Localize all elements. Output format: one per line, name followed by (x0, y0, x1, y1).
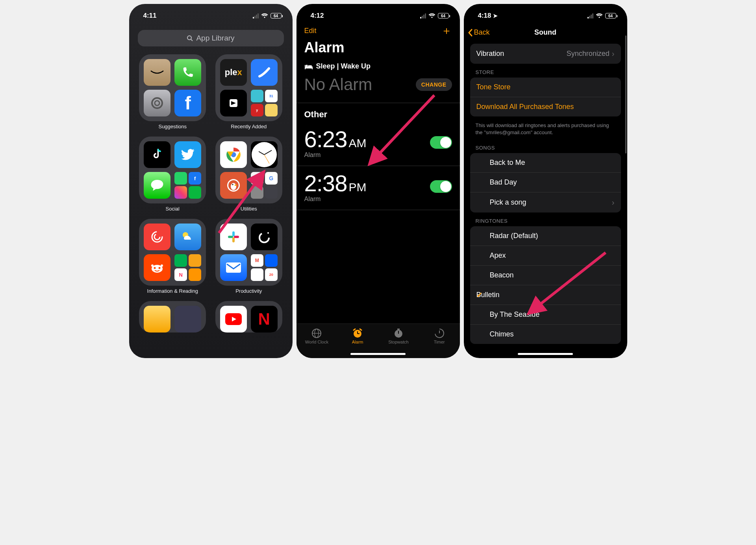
tab-stopwatch[interactable]: Stopwatch (381, 328, 416, 344)
svg-rect-26 (226, 262, 241, 273)
battery-icon: 64 (271, 13, 282, 18)
app-chrome[interactable] (220, 141, 247, 168)
svg-rect-47 (397, 329, 400, 330)
svg-point-25 (267, 232, 269, 234)
pick-song-row[interactable]: Pick a song› (470, 192, 621, 212)
svg-rect-30 (305, 67, 313, 68)
productivity-more[interactable]: M 20 (251, 254, 278, 281)
svg-rect-23 (234, 236, 239, 238)
app-capcut[interactable] (220, 90, 247, 116)
svg-line-44 (360, 329, 361, 330)
folder-social[interactable]: f Social (139, 137, 207, 212)
scroll-indicator[interactable] (625, 35, 626, 153)
bed-icon (304, 63, 313, 70)
svg-point-2 (152, 98, 162, 108)
signal-icon (587, 13, 593, 18)
svg-rect-21 (228, 236, 233, 238)
alarm-toggle[interactable] (430, 136, 452, 149)
chevron-right-icon: › (612, 198, 615, 207)
folder-info-reading[interactable]: N Information & Reading (139, 219, 207, 294)
app-netflix[interactable]: N (251, 306, 278, 333)
status-bar: 4:18➤ 64 (464, 4, 627, 23)
change-button[interactable]: CHANGE (416, 78, 452, 91)
ringtone-row-0[interactable]: Radar (Default) (470, 226, 621, 246)
signal-icon (253, 13, 259, 18)
folder-suggestions[interactable]: f Suggestions (139, 54, 207, 129)
app-mail[interactable] (220, 254, 247, 281)
svg-point-24 (259, 233, 269, 242)
ringtone-row-1[interactable]: Apex (470, 246, 621, 265)
folders-grid: f Suggestions plex 31 y Recently Added (129, 50, 293, 339)
add-alarm-button[interactable]: ＋ (441, 25, 452, 36)
home-indicator[interactable] (350, 353, 406, 355)
ringtone-row-3[interactable]: ✓Bulletin (470, 285, 621, 305)
ringtone-row-2[interactable]: Beacon (470, 265, 621, 285)
info-more[interactable]: N (174, 254, 201, 281)
no-alarm-text: No Alarm (304, 75, 372, 94)
app-clock[interactable] (251, 141, 278, 168)
app-generic-blue[interactable] (251, 59, 278, 86)
app-game1[interactable] (144, 306, 170, 333)
ringtone-row-4[interactable]: By The Seaside (470, 305, 621, 324)
home-indicator[interactable] (518, 353, 573, 355)
folder-recently-added[interactable]: plex 31 y Recently Added (215, 54, 283, 129)
app-game2[interactable] (174, 306, 201, 333)
folder-productivity[interactable]: M 20 Productivity (215, 219, 283, 294)
app-messages[interactable] (144, 172, 170, 199)
svg-point-17 (159, 267, 161, 269)
svg-rect-31 (305, 65, 306, 69)
app-tiktok[interactable] (144, 141, 170, 168)
download-tones-row[interactable]: Download All Purchased Tones (470, 97, 621, 116)
ringtone-row-5[interactable]: Chimes (470, 324, 621, 344)
alarm-row-1[interactable]: 2:38PM Alarm (296, 166, 460, 210)
app-facebook[interactable]: f (174, 90, 201, 116)
wifi-icon (261, 13, 268, 18)
app-duckduckgo[interactable] (220, 172, 247, 199)
app-generic-black[interactable] (251, 224, 278, 250)
status-time: 4:12 (311, 12, 324, 20)
app-plex[interactable]: plex (220, 59, 247, 86)
svg-line-1 (191, 39, 193, 41)
svg-rect-20 (232, 231, 235, 236)
svg-point-16 (154, 267, 156, 269)
tone-store-row[interactable]: Tone Store (470, 78, 621, 97)
page-title: Alarm (296, 39, 460, 61)
social-more[interactable]: f (174, 172, 201, 199)
back-button[interactable]: Back (468, 28, 490, 37)
svg-point-19 (151, 264, 154, 267)
tab-world-clock[interactable]: World Clock (299, 328, 334, 344)
app-settings[interactable] (144, 90, 170, 116)
songs-header: SONGS (464, 142, 627, 153)
alarm-toggle[interactable] (430, 180, 452, 193)
utilities-more[interactable]: G (251, 172, 278, 199)
folder-utilities[interactable]: G Utilities (215, 137, 283, 212)
app-amazon[interactable] (144, 59, 170, 86)
store-footer: This will download all ringtones and ale… (464, 120, 627, 142)
song-row-0[interactable]: Back to Me (470, 153, 621, 172)
tab-alarm[interactable]: Alarm (340, 328, 375, 344)
svg-rect-34 (308, 65, 312, 67)
app-phone[interactable] (174, 59, 201, 86)
recently-added-more[interactable]: 31 y (251, 90, 278, 116)
alarm-row-0[interactable]: 6:23AM Alarm (296, 122, 460, 166)
app-slack[interactable] (220, 224, 247, 250)
edit-button[interactable]: Edit (304, 27, 317, 35)
folder-partial-1[interactable] (139, 301, 207, 335)
folder-partial-2[interactable]: N (215, 301, 283, 335)
app-youtube[interactable] (220, 306, 247, 333)
checkmark-icon: ✓ (476, 290, 483, 299)
other-header: Other (296, 103, 460, 122)
app-reddit[interactable] (144, 254, 170, 281)
app-weather[interactable] (174, 224, 201, 250)
tab-timer[interactable]: Timer (422, 328, 457, 344)
svg-point-12 (152, 232, 162, 242)
status-bar: 4:11 64 (129, 4, 293, 23)
app-pocketcasts[interactable] (144, 224, 170, 250)
store-header: STORE (464, 67, 627, 78)
phone-alarm: 4:12 64 Edit ＋ Alarm Sleep | Wake Up No … (296, 4, 460, 358)
search-bar[interactable]: App Library (138, 30, 284, 46)
battery-icon: 64 (605, 13, 616, 18)
app-twitter[interactable] (174, 141, 201, 168)
vibration-row[interactable]: Vibration Synchronized› (470, 44, 621, 64)
song-row-1[interactable]: Bad Day (470, 172, 621, 192)
